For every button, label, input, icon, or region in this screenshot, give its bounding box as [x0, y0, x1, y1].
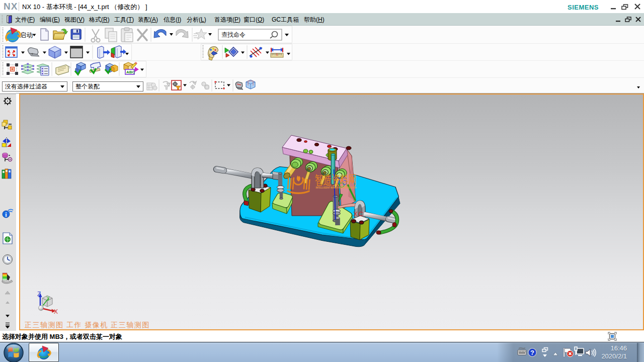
svg-text:智造资料网: 智造资料网 — [315, 172, 357, 188]
svg-text:X: X — [54, 308, 58, 315]
svg-text:INTELLIGENT MANUFACTURING DATA: INTELLIGENT MANUFACTURING DATA — [316, 186, 357, 189]
svg-text:?: ? — [530, 349, 534, 356]
svg-text:启动: 启动 — [20, 32, 33, 39]
svg-text:XC: XC — [353, 210, 364, 218]
svg-text:ABC: ABC — [126, 70, 135, 74]
svg-text:Y: Y — [46, 296, 50, 301]
svg-text:查找命令: 查找命令 — [221, 31, 246, 38]
svg-text:Z: Z — [37, 291, 41, 298]
